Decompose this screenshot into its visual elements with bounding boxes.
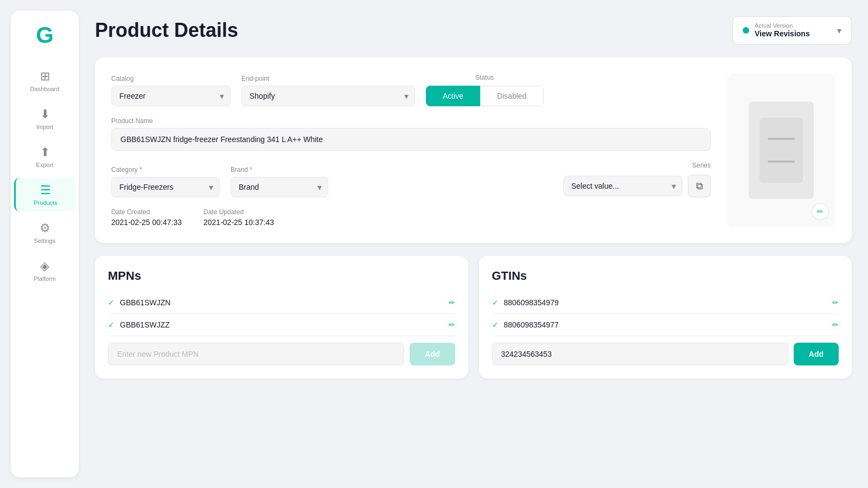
- mpns-card: MPNs ✓ GBB61SWJZN ✏ ✓ GBB61SWJZZ ✏ Add: [95, 256, 468, 378]
- sidebar-item-platform[interactable]: ◈ Platform: [14, 254, 75, 287]
- status-group: Status Active Disabled: [426, 74, 544, 106]
- list-item: ✓ GBB61SWJZZ ✏: [108, 314, 455, 336]
- gtin-item-left: ✓ 8806098354979: [492, 298, 559, 307]
- product-name-group: Product Name: [111, 117, 711, 151]
- sidebar-item-import[interactable]: ⬇ Import: [14, 102, 75, 136]
- pencil-icon: ✏: [817, 207, 824, 216]
- page-header: Product Details Actual Version View Revi…: [95, 16, 852, 44]
- brand-select[interactable]: Brand: [231, 177, 328, 197]
- add-gtin-button[interactable]: Add: [794, 343, 839, 365]
- check-icon: ✓: [492, 298, 499, 307]
- version-label: Actual Version: [755, 22, 832, 29]
- edit-gtin-icon[interactable]: ✏: [832, 320, 839, 329]
- sidebar-item-products[interactable]: ☰ Products: [14, 178, 75, 211]
- check-icon: ✓: [108, 320, 114, 329]
- version-text: Actual Version View Revisions: [755, 22, 832, 38]
- endpoint-select-wrapper: Shopify: [241, 86, 415, 106]
- app-logo: G: [31, 22, 59, 49]
- copy-series-button[interactable]: ⧉: [688, 175, 711, 197]
- main-content: Product Details Actual Version View Revi…: [79, 0, 868, 488]
- add-mpn-button[interactable]: Add: [410, 343, 455, 365]
- products-icon: ☰: [40, 183, 51, 197]
- settings-icon: ⚙: [40, 221, 50, 235]
- import-icon: ⬇: [40, 107, 50, 121]
- export-icon: ⬆: [40, 145, 50, 159]
- category-select[interactable]: Fridge-Freezers: [111, 177, 220, 197]
- check-icon: ✓: [492, 320, 499, 329]
- check-icon: ✓: [108, 298, 114, 307]
- status-active-button[interactable]: Active: [426, 86, 480, 106]
- copy-icon: ⧉: [696, 181, 703, 192]
- sidebar-item-label: Products: [34, 200, 57, 206]
- add-mpn-row: Add: [108, 343, 455, 365]
- form-fields: Catalog Freezer End-point Shopify: [111, 74, 711, 227]
- catalog-endpoint-row: Catalog Freezer End-point Shopify: [111, 74, 711, 106]
- status-disabled-button[interactable]: Disabled: [480, 86, 543, 106]
- series-select-wrapper: Select value...: [563, 176, 682, 196]
- edit-mpn-icon[interactable]: ✏: [449, 298, 455, 307]
- sidebar-item-label: Settings: [34, 237, 56, 244]
- date-created-value: 2021-02-25 00:47:33: [111, 218, 182, 227]
- date-created-group: Date Created 2021-02-25 00:47:33: [111, 208, 182, 227]
- product-name-label: Product Name: [111, 117, 711, 125]
- gtin-item-left: ✓ 8806098354977: [492, 320, 559, 329]
- date-updated-label: Date Updated: [203, 208, 274, 216]
- catalog-select-wrapper: Freezer: [111, 86, 231, 106]
- date-updated-value: 2021-02-25 10:37:43: [203, 218, 274, 227]
- status-toggle: Active Disabled: [426, 86, 544, 106]
- series-group: Series Select value... ⧉: [339, 162, 711, 197]
- brand-group: Brand * Brand: [231, 166, 328, 197]
- sidebar-item-export[interactable]: ⬆ Export: [14, 140, 75, 174]
- product-image: [749, 101, 814, 199]
- product-name-input[interactable]: [111, 128, 711, 151]
- chevron-down-icon: ▾: [837, 25, 841, 36]
- add-mpn-input[interactable]: [108, 343, 404, 365]
- sidebar-item-label: Dashboard: [30, 86, 60, 92]
- list-item: ✓ 8806098354977 ✏: [492, 314, 839, 336]
- mpn-item-left: ✓ GBB61SWJZN: [108, 298, 170, 307]
- version-dropdown[interactable]: Actual Version View Revisions ▾: [732, 16, 852, 44]
- catalog-label: Catalog: [111, 75, 231, 82]
- edit-gtin-icon[interactable]: ✏: [832, 298, 839, 307]
- mpns-title: MPNs: [108, 269, 455, 283]
- brand-label: Brand *: [231, 166, 328, 174]
- catalog-group: Catalog Freezer: [111, 75, 231, 106]
- sidebar-item-label: Export: [36, 162, 54, 168]
- date-created-label: Date Created: [111, 208, 182, 216]
- gtins-card: GTINs ✓ 8806098354979 ✏ ✓ 8806098354977 …: [479, 256, 852, 378]
- gtin-value: 8806098354979: [504, 298, 559, 307]
- product-image-panel: ✏: [727, 74, 835, 227]
- status-label: Status: [426, 74, 544, 81]
- mpn-value: GBB61SWJZN: [120, 298, 170, 307]
- endpoint-label: End-point: [241, 75, 415, 82]
- sidebar-item-settings[interactable]: ⚙ Settings: [14, 216, 75, 249]
- mpns-gtins-section: MPNs ✓ GBB61SWJZN ✏ ✓ GBB61SWJZZ ✏ Add: [95, 256, 852, 378]
- endpoint-select[interactable]: Shopify: [241, 86, 415, 106]
- brand-select-wrapper: Brand: [231, 177, 328, 197]
- edit-image-button[interactable]: ✏: [812, 203, 829, 220]
- cat-brand-series-row: Category * Fridge-Freezers Brand * Brand: [111, 162, 711, 197]
- sidebar-item-label: Platform: [34, 275, 56, 282]
- add-gtin-row: Add: [492, 343, 839, 365]
- catalog-select[interactable]: Freezer: [111, 86, 231, 106]
- mpn-value: GBB61SWJZZ: [120, 320, 170, 329]
- mpn-item-left: ✓ GBB61SWJZZ: [108, 320, 170, 329]
- sidebar: G ⊞ Dashboard ⬇ Import ⬆ Export ☰ Produc…: [11, 11, 79, 477]
- gtin-value: 8806098354977: [504, 320, 559, 329]
- dashboard-icon: ⊞: [40, 69, 50, 84]
- sidebar-item-dashboard[interactable]: ⊞ Dashboard: [14, 64, 75, 98]
- list-item: ✓ 8806098354979 ✏: [492, 292, 839, 314]
- add-gtin-input[interactable]: [492, 343, 788, 365]
- dates-row: Date Created 2021-02-25 00:47:33 Date Up…: [111, 208, 711, 227]
- date-updated-group: Date Updated 2021-02-25 10:37:43: [203, 208, 274, 227]
- series-label: Series: [692, 162, 711, 169]
- platform-icon: ◈: [40, 259, 49, 273]
- category-group: Category * Fridge-Freezers: [111, 166, 220, 197]
- edit-mpn-icon[interactable]: ✏: [449, 320, 455, 329]
- sidebar-item-label: Import: [36, 124, 53, 130]
- version-action: View Revisions: [755, 29, 810, 38]
- category-label: Category *: [111, 166, 220, 174]
- product-form-card: Catalog Freezer End-point Shopify: [95, 57, 852, 243]
- version-status-dot: [743, 27, 749, 34]
- series-select[interactable]: Select value...: [563, 176, 682, 196]
